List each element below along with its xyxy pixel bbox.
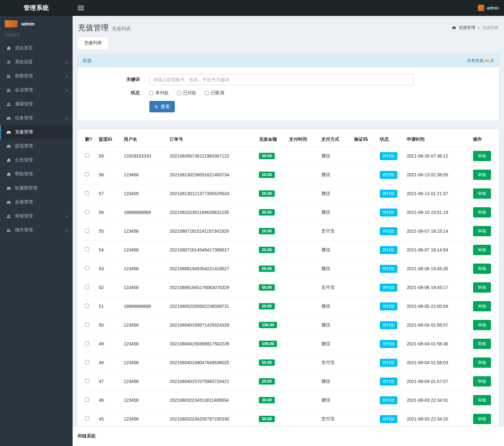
table-row: 5412345620210807181454841738901720.00微信待… [82, 241, 494, 259]
delete-checkbox[interactable] [85, 266, 89, 270]
delete-checkbox[interactable] [85, 229, 89, 233]
sidebar-item-7[interactable]: 提现管理 [0, 139, 73, 153]
status-option-1[interactable]: 已付款 [177, 90, 196, 96]
audit-button[interactable]: 审核 [473, 282, 491, 293]
pay-method: 微信 [319, 297, 351, 316]
order-no: 202108130236051621493734 [167, 166, 256, 184]
table-row: 50123456202108040158571425824328100.00微信… [82, 316, 494, 335]
sidebar-menu: 后台首页系统设置‹权限管理‹会员管理‹邀请管理任务管理‹充值管理提现管理公告管理… [0, 41, 73, 446]
delete-checkbox[interactable] [85, 398, 89, 402]
amount-badge: 30.00 [259, 397, 274, 403]
status-badge: 待付款 [380, 209, 398, 216]
keyword-input[interactable] [149, 74, 414, 85]
audit-button[interactable]: 审核 [473, 339, 491, 349]
sidebar-item-2[interactable]: 权限管理‹ [0, 69, 73, 83]
sidebar-item-6[interactable]: 充值管理 [0, 125, 73, 139]
chevron-left-icon: ‹ [66, 59, 68, 65]
pay-time [287, 278, 319, 297]
sidebar-item-8[interactable]: 公告管理 [0, 153, 73, 167]
sidebar-item-5[interactable]: 任务管理‹ [0, 111, 73, 125]
audit-button[interactable]: 审核 [473, 245, 491, 255]
delete-checkbox[interactable] [85, 210, 89, 214]
sidebar-item-label: 系统设置 [15, 59, 33, 65]
column-header: 充值金额 [256, 132, 287, 147]
audit-button[interactable]: 审核 [473, 414, 491, 424]
amount-badge: 50.00 [259, 284, 274, 291]
status-option-2[interactable]: 已取消 [205, 90, 224, 96]
recharge-table-panel: 删?提现ID用户名订单号充值金额支付时间支付方式验证码状态申请时间操作 5913… [77, 129, 499, 426]
delete-checkbox[interactable] [85, 285, 89, 289]
delete-checkbox[interactable] [85, 360, 89, 364]
delete-checkbox[interactable] [85, 191, 89, 195]
withdraw-id: 50 [96, 316, 121, 335]
status-checkbox[interactable] [205, 91, 209, 95]
audit-button[interactable]: 审核 [473, 395, 491, 405]
withdraw-id: 59 [96, 147, 121, 166]
sidebar-item-9[interactable]: 帮助管理 [0, 167, 73, 181]
column-header: 申请时间 [404, 132, 470, 147]
audit-button[interactable]: 审核 [473, 301, 491, 311]
delete-checkbox[interactable] [85, 172, 89, 176]
status-checkbox[interactable] [177, 91, 181, 95]
search-button[interactable]: 搜索 [149, 101, 175, 112]
sidebar-item-1[interactable]: 系统设置‹ [0, 55, 73, 69]
gauge-icon [6, 116, 12, 121]
page-title: 充值管理 [78, 23, 109, 33]
status-option-0[interactable]: 未付款 [149, 90, 169, 96]
delete-checkbox[interactable] [85, 379, 89, 383]
status-badge: 待付款 [380, 396, 398, 404]
audit-button[interactable]: 审核 [473, 188, 491, 199]
home-icon [6, 158, 12, 163]
status-checkbox[interactable] [149, 91, 153, 95]
delete-checkbox[interactable] [85, 153, 89, 158]
delete-checkbox[interactable] [85, 322, 89, 327]
pay-method: 微信 [319, 259, 351, 278]
sidebar-item-13[interactable]: 聊天管理‹ [0, 223, 73, 237]
amount-badge: 50.00 [259, 359, 274, 366]
sidebar-item-10[interactable]: 轮播图管理 [0, 181, 73, 195]
delete-checkbox[interactable] [85, 341, 89, 345]
delete-checkbox[interactable] [85, 304, 89, 308]
user-menu[interactable]: admin [478, 5, 499, 11]
sidebar-item-0[interactable]: 后台首页 [0, 41, 73, 55]
breadcrumb: 充值管理 > 充值列表 [452, 25, 499, 31]
apply-time: 2021-08-03 22:34:20 [404, 410, 470, 426]
audit-button[interactable]: 审核 [473, 358, 491, 368]
tab-bar: 充值列表 [77, 37, 499, 49]
status-badge: 待付款 [380, 321, 398, 329]
username: 123456 [121, 353, 167, 372]
topbar-user-name: admin [487, 5, 499, 11]
audit-button[interactable]: 审核 [473, 226, 491, 236]
status-label: 状态 [82, 90, 149, 96]
audit-button[interactable]: 审核 [473, 264, 491, 274]
sidebar-item-12[interactable]: 举报管理‹ [0, 209, 73, 223]
audit-button[interactable]: 审核 [473, 320, 491, 330]
table-row: 4712345620210804015707598372442120.00微信待… [82, 372, 494, 391]
withdraw-id: 56 [96, 203, 121, 222]
apply-time: 2021-08-06 19:45:35 [404, 259, 470, 278]
username: 123456 [121, 166, 167, 184]
sidebar-toggle-icon[interactable] [78, 6, 84, 10]
sidebar-item-4[interactable]: 邀请管理 [0, 97, 73, 111]
status-badge: 待付款 [380, 378, 398, 386]
delete-checkbox[interactable] [85, 416, 89, 421]
tab-recharge-list[interactable]: 充值列表 [77, 37, 109, 49]
sidebar-item-3[interactable]: 会员管理‹ [0, 83, 73, 97]
app-brand[interactable]: 管理系统 [0, 0, 73, 16]
dashboard-icon [452, 25, 456, 30]
verify-code [351, 410, 377, 426]
breadcrumb-root-link[interactable]: 充值管理 [458, 25, 475, 31]
audit-button[interactable]: 审核 [473, 207, 491, 217]
audit-button[interactable]: 审核 [473, 376, 491, 386]
sidebar: 管理系统 admin 功能菜单 后台首页系统设置‹权限管理‹会员管理‹邀请管理任… [0, 0, 73, 446]
audit-button[interactable]: 审核 [473, 151, 491, 161]
recharge-table: 删?提现ID用户名订单号充值金额支付时间支付方式验证码状态申请时间操作 5913… [82, 132, 494, 426]
users-icon [6, 228, 12, 233]
sidebar-item-11[interactable]: 反馈管理 [0, 195, 73, 209]
audit-button[interactable]: 审核 [473, 170, 491, 180]
delete-checkbox[interactable] [85, 247, 89, 251]
sidebar-item-label: 会员管理 [15, 87, 33, 93]
sidebar-user-panel: admin [0, 16, 73, 29]
column-header: 操作 [471, 132, 494, 147]
status-badge: 待付款 [380, 284, 398, 292]
